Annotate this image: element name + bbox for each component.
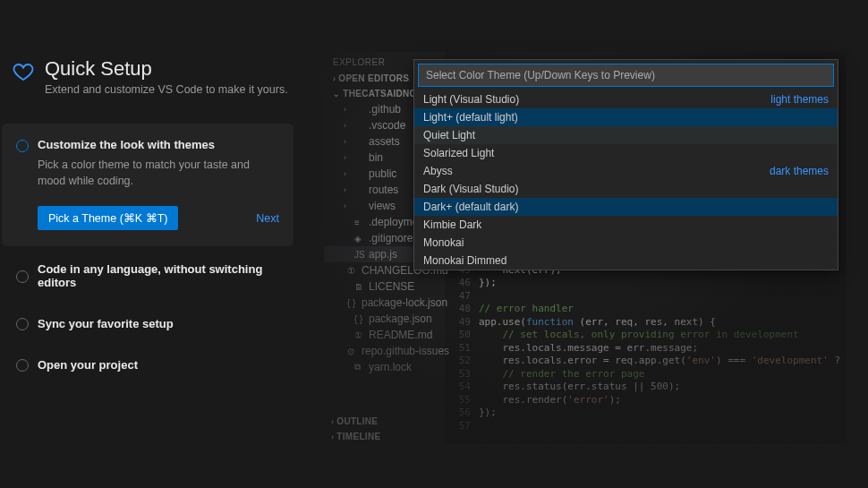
- file-item[interactable]: { }package.json: [324, 311, 445, 327]
- step-1-title: Customize the look with themes: [38, 138, 279, 151]
- step-2-title: Code in any language, without switching …: [38, 262, 294, 289]
- file-item[interactable]: ⧉yarn.lock: [324, 359, 445, 375]
- heart-icon: [13, 61, 34, 82]
- outline-section[interactable]: ›OUTLINE: [324, 414, 445, 429]
- step-3-title: Sync your favorite setup: [38, 317, 174, 330]
- setup-step-2[interactable]: Code in any language, without switching …: [13, 252, 294, 300]
- theme-option[interactable]: Quiet Light: [414, 126, 838, 144]
- file-item[interactable]: { }package-lock.json: [324, 295, 445, 311]
- step-radio-icon: [16, 140, 29, 152]
- file-item[interactable]: ①README.md: [324, 327, 445, 343]
- file-item[interactable]: ⊙repo.github-issues: [324, 343, 445, 359]
- theme-option[interactable]: Light (Visual Studio)light themes: [414, 90, 838, 108]
- theme-option[interactable]: Abyssdark themes: [414, 162, 838, 180]
- theme-option[interactable]: Dark+ (default dark): [414, 198, 838, 216]
- setup-title: Quick Setup: [45, 57, 288, 81]
- theme-option[interactable]: Monokai: [414, 234, 838, 252]
- theme-search-input[interactable]: Select Color Theme (Up/Down Keys to Prev…: [418, 64, 834, 87]
- pick-theme-button[interactable]: Pick a Theme (⌘K ⌘T): [38, 206, 178, 230]
- theme-option[interactable]: Solarized Light: [414, 144, 838, 162]
- theme-option[interactable]: Monokai Dimmed: [414, 252, 838, 270]
- theme-option[interactable]: Light+ (default light): [414, 108, 838, 126]
- timeline-section[interactable]: ›TIMELINE: [324, 429, 445, 444]
- setup-step-3[interactable]: Sync your favorite setup: [13, 305, 294, 341]
- setup-step-active: Customize the look with themes Pick a co…: [2, 124, 294, 247]
- step-radio-icon: [16, 318, 29, 330]
- next-button[interactable]: Next: [256, 212, 279, 225]
- theme-picker: Select Color Theme (Up/Down Keys to Prev…: [413, 59, 838, 270]
- theme-option[interactable]: Kimbie Dark: [414, 216, 838, 234]
- step-1-desc: Pick a color theme to match your taste a…: [38, 157, 279, 191]
- setup-step-4[interactable]: Open your project: [13, 347, 294, 382]
- theme-option[interactable]: Dark (Visual Studio): [414, 180, 838, 198]
- step-radio-icon: [16, 270, 29, 283]
- file-item[interactable]: 🗎LICENSE: [324, 278, 445, 295]
- step-4-title: Open your project: [38, 358, 138, 372]
- setup-desc: Extend and customize VS Code to make it …: [45, 82, 288, 98]
- step-radio-icon: [16, 359, 29, 372]
